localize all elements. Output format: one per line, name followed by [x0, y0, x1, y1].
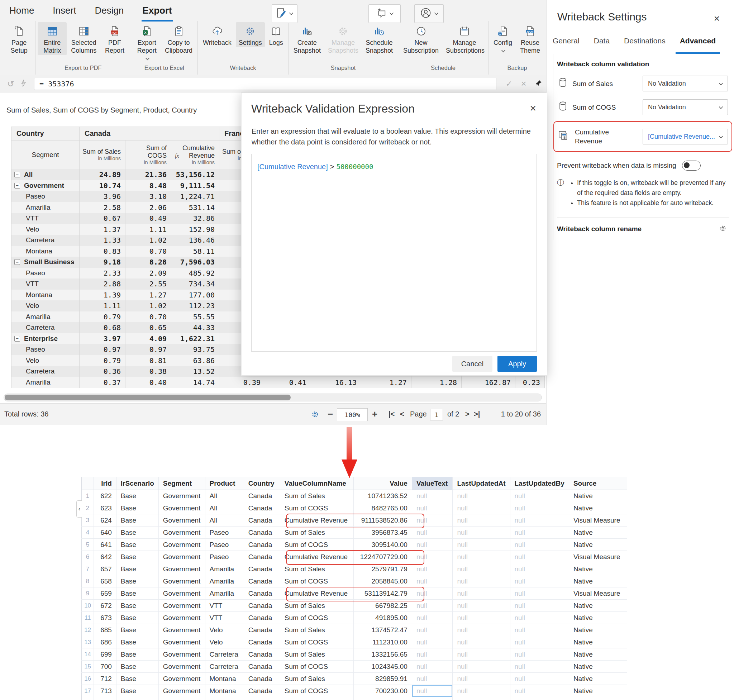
table-cell[interactable]: Cumulative Revenue	[280, 514, 353, 526]
table-cell[interactable]: null	[412, 624, 453, 636]
table-cell[interactable]	[82, 697, 94, 700]
matrix-row-label[interactable]: Velo	[11, 300, 79, 312]
table-cell[interactable]	[244, 697, 280, 700]
matrix-cell[interactable]: 0.23	[515, 377, 545, 388]
tab-insert[interactable]: Insert	[53, 5, 76, 21]
tab-export[interactable]: Export	[142, 5, 172, 21]
zoom-in-button[interactable]: +	[372, 404, 377, 425]
panel-tab-advanced[interactable]: Advanced	[679, 34, 716, 54]
matrix-cell[interactable]: 2.09	[125, 268, 171, 279]
table-cell[interactable]: 657	[94, 563, 116, 575]
matrix-cell[interactable]: 1.33	[79, 235, 125, 246]
table-cell[interactable]: null	[453, 649, 510, 660]
table-cell[interactable]: Base	[116, 673, 159, 685]
table-cell[interactable]: null	[412, 526, 453, 539]
table-cell[interactable]: 686	[94, 636, 116, 649]
create-snapshot-button[interactable]: Create Snapshot	[291, 22, 324, 55]
table-cell[interactable]: Canada	[244, 649, 280, 660]
matrix-cell[interactable]: 0.97	[125, 344, 171, 355]
table-cell[interactable]: 1224707729.00	[354, 551, 412, 563]
column-header-source[interactable]: Source	[569, 477, 627, 490]
table-cell[interactable]: Canada	[244, 575, 280, 587]
table-cell[interactable]	[510, 697, 569, 700]
matrix-cell[interactable]: 44.33	[171, 322, 219, 333]
table-cell[interactable]: null	[412, 575, 453, 587]
table-cell[interactable]: 3	[82, 514, 94, 526]
table-cell[interactable]: Sum of COGS	[280, 575, 353, 587]
matrix-cell[interactable]: 10.74	[79, 180, 125, 191]
expression-editor[interactable]: [Cumulative Revenue]>500000000	[251, 154, 537, 351]
matrix-cell[interactable]: 0.67	[79, 213, 125, 224]
matrix-cell[interactable]: 0.97	[79, 344, 125, 355]
table-cell[interactable]: 5	[82, 539, 94, 551]
validation-dropdown-sum-of-sales[interactable]: No Validation	[643, 76, 728, 91]
collapse-icon[interactable]: −	[14, 259, 20, 265]
table-cell[interactable]: 6	[82, 551, 94, 563]
table-cell[interactable]: null	[453, 575, 510, 587]
table-cell[interactable]: Government	[159, 636, 205, 649]
table-cell[interactable]: Base	[116, 636, 159, 649]
table-cell[interactable]: Canada	[244, 660, 280, 673]
table-cell[interactable]: 699	[94, 649, 116, 660]
matrix-row-label[interactable]: −Enterprise	[11, 333, 79, 344]
column-header-product[interactable]: Product	[205, 477, 244, 490]
table-cell[interactable]: 2	[82, 502, 94, 514]
table-cell[interactable]: 659	[94, 587, 116, 600]
table-cell[interactable]: 713	[94, 685, 116, 697]
table-cell[interactable]: 10741236.52	[354, 490, 412, 502]
table-cell[interactable]: VTT	[205, 600, 244, 612]
table-cell[interactable]: VTT	[205, 612, 244, 624]
close-icon[interactable]: ×	[714, 13, 720, 24]
copy-to-clipboard-button[interactable]: Copy to Clipboard	[162, 22, 195, 55]
matrix-cell[interactable]: 152.90	[171, 224, 219, 235]
table-cell[interactable]: null	[412, 587, 453, 600]
table-cell[interactable]: null	[453, 514, 510, 526]
table-cell[interactable]: Canada	[244, 526, 280, 539]
validation-dropdown-sum-of-cogs[interactable]: No Validation	[643, 99, 728, 115]
table-cell[interactable]: null	[510, 612, 569, 624]
table-cell[interactable]: 622	[94, 490, 116, 502]
matrix-cell[interactable]: 1.02	[125, 300, 171, 312]
table-cell[interactable]: 8	[82, 575, 94, 587]
table-cell[interactable]: 11	[82, 612, 94, 624]
table-cell[interactable]: null	[412, 490, 453, 502]
table-cell[interactable]: Native	[569, 685, 627, 697]
table-cell[interactable]: null	[453, 685, 510, 697]
table-cell[interactable]: 1	[82, 490, 94, 502]
table-cell[interactable]: Canada	[244, 551, 280, 563]
table-cell[interactable]: Government	[159, 587, 205, 600]
config-button[interactable]: Config	[491, 22, 515, 55]
table-cell[interactable]: null	[412, 660, 453, 673]
gear-icon[interactable]	[719, 224, 727, 234]
table-cell[interactable]: Canada	[244, 600, 280, 612]
table-cell[interactable]: Base	[116, 490, 159, 502]
confirm-icon[interactable]: ✓	[506, 79, 512, 88]
table-cell[interactable]: 700230.00	[354, 685, 412, 697]
table-cell[interactable]: Sum of Sales	[280, 624, 353, 636]
matrix-cell[interactable]: 2.88	[79, 278, 125, 290]
undo-icon[interactable]: ↺	[7, 79, 14, 89]
table-cell[interactable]: null	[453, 502, 510, 514]
table-cell[interactable]: 1024345.00	[354, 660, 412, 673]
table-cell[interactable]: Native	[569, 660, 627, 673]
table-cell[interactable]: Cumulative Revenue	[280, 587, 353, 600]
matrix-cell[interactable]: 58.11	[171, 246, 219, 257]
table-cell[interactable]: 700	[94, 660, 116, 673]
page-input[interactable]: 1	[430, 409, 443, 421]
table-cell[interactable]: 16	[82, 673, 94, 685]
matrix-cell[interactable]: 112.23	[171, 300, 219, 312]
comment-button[interactable]	[368, 4, 401, 23]
table-cell[interactable]: Sum of COGS	[280, 502, 353, 514]
settings-button[interactable]: Settings	[236, 22, 265, 47]
column-header-irscenario[interactable]: IrScenario	[116, 477, 159, 490]
table-cell[interactable]: null	[412, 685, 453, 697]
table-cell[interactable]: 12	[82, 624, 94, 636]
matrix-cell[interactable]: 14.74	[171, 377, 219, 388]
next-page-button[interactable]: >	[465, 404, 469, 425]
matrix-cell[interactable]: 0.37	[79, 377, 125, 388]
edit-visual-button[interactable]	[272, 4, 297, 23]
matrix-row-label[interactable]: Carretera	[11, 322, 79, 333]
matrix-row-label[interactable]: Carretera	[11, 235, 79, 246]
table-cell[interactable]: 658	[94, 575, 116, 587]
table-cell[interactable]: Paseo	[205, 551, 244, 563]
